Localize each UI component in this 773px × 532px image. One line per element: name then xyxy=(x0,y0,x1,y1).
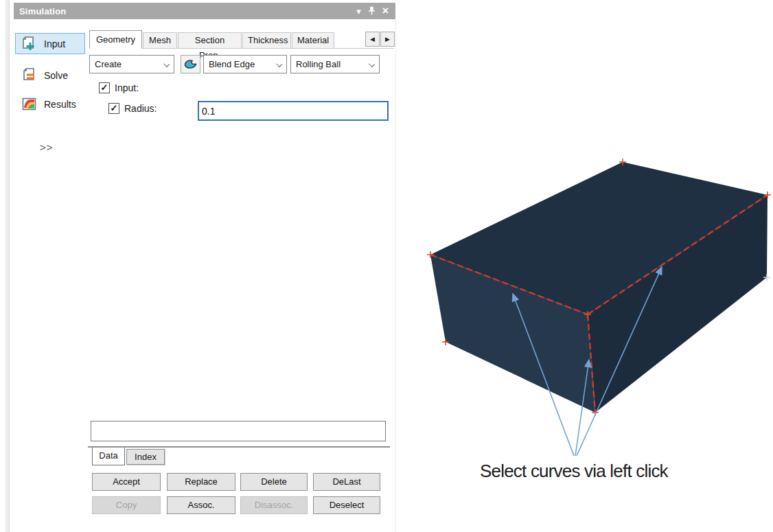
bottom-divider xyxy=(88,446,390,448)
chevron-down-icon xyxy=(369,61,375,67)
copy-button: Copy xyxy=(92,496,161,514)
type-select[interactable]: Blend Edge xyxy=(203,55,287,73)
disassoc-button: Disassoc. xyxy=(240,496,308,514)
application-window: Select curves via left click Simulation … xyxy=(0,0,773,532)
sidebar-item-label: Solve xyxy=(44,70,68,81)
sidebar-item-results[interactable]: Results xyxy=(15,93,85,115)
panel-titlebar[interactable]: Simulation ▾ × xyxy=(14,3,395,19)
tab-thickness[interactable]: Thickness xyxy=(242,32,291,49)
type-select-value: Blend Edge xyxy=(209,59,255,69)
sidebar-item-solve[interactable]: Solve xyxy=(15,65,85,86)
solve-document-icon xyxy=(21,67,37,83)
tab-geometry[interactable]: Geometry xyxy=(89,30,142,49)
tab-data[interactable]: Data xyxy=(92,448,125,465)
panel-sidebar: Input Solve Results xyxy=(14,19,86,532)
method-select[interactable]: Rolling Ball xyxy=(290,55,380,73)
pin-icon[interactable] xyxy=(368,6,376,16)
tab-section-prop[interactable]: Section Prop. xyxy=(178,32,242,49)
tab-scroll-left-icon[interactable]: ◀ xyxy=(365,32,380,47)
panel-right-border-outer xyxy=(395,19,396,532)
blend-edge-surface-icon xyxy=(184,59,198,70)
replace-button[interactable]: Replace xyxy=(167,473,235,491)
sidebar-item-label: Results xyxy=(44,99,76,110)
delete-button[interactable]: Delete xyxy=(240,473,308,491)
assoc-button[interactable]: Assoc. xyxy=(167,496,235,514)
input-checkbox-row: ✓ Input: xyxy=(99,82,139,93)
tab-material[interactable]: Material xyxy=(292,32,334,49)
radius-checkbox[interactable]: ✓ xyxy=(108,103,119,114)
viewport-annotation-text: Select curves via left click xyxy=(480,461,668,482)
input-checkbox[interactable]: ✓ xyxy=(99,82,110,93)
chevron-down-icon xyxy=(163,61,170,67)
geometry-toolbar: Create Blend Edge Rolling Ball xyxy=(86,55,395,74)
action-select-value: Create xyxy=(95,59,122,69)
tab-strip: Geometry Mesh Section Prop. Thickness Ma… xyxy=(89,30,394,49)
radius-checkbox-row: ✓ Radius: xyxy=(108,103,157,114)
results-contour-icon xyxy=(21,96,37,112)
tab-index[interactable]: Index xyxy=(126,449,165,465)
method-select-value: Rolling Ball xyxy=(296,59,341,69)
selection-input[interactable] xyxy=(91,421,386,441)
input-document-plus-icon xyxy=(21,36,37,51)
accept-button[interactable]: Accept xyxy=(92,473,161,491)
input-checkbox-label: Input: xyxy=(115,82,139,93)
radius-checkbox-label: Radius: xyxy=(124,103,157,114)
tab-scroll-right-icon[interactable]: ▶ xyxy=(380,32,395,47)
sidebar-expand-button[interactable]: >> xyxy=(40,141,54,153)
action-select[interactable]: Create xyxy=(89,55,174,73)
panel-content: Geometry Mesh Section Prop. Thickness Ma… xyxy=(86,19,395,532)
sidebar-item-input[interactable]: Input xyxy=(15,33,85,54)
delast-button[interactable]: DeLast xyxy=(313,473,380,491)
chevron-down-icon[interactable]: ▾ xyxy=(356,7,361,16)
panel-title: Simulation xyxy=(14,6,66,16)
deselect-button[interactable]: Deselect xyxy=(313,496,380,514)
simulation-panel: Simulation ▾ × xyxy=(14,3,397,532)
tab-mesh[interactable]: Mesh xyxy=(143,32,177,49)
sidebar-item-label: Input xyxy=(44,38,65,49)
chevron-down-icon xyxy=(276,61,282,67)
radius-input[interactable] xyxy=(198,101,389,121)
close-icon[interactable]: × xyxy=(382,5,389,16)
blend-edge-icon-button[interactable] xyxy=(181,55,200,73)
